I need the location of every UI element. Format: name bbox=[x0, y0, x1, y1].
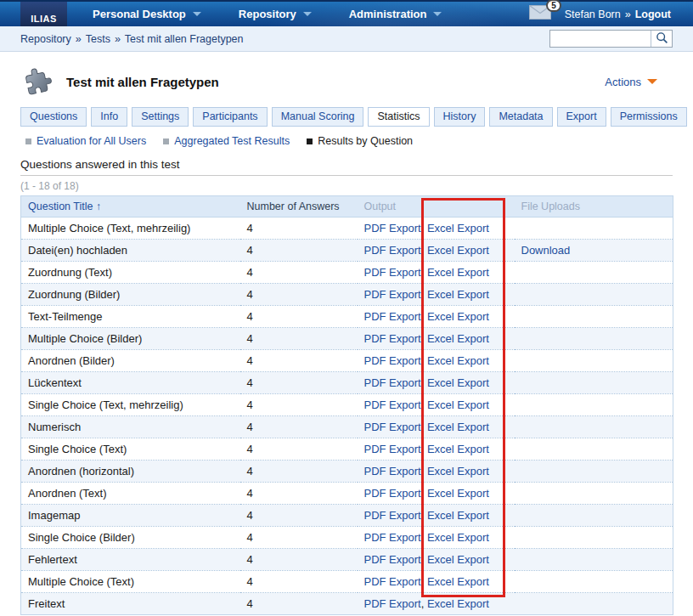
cell-output: PDF Export, Excel Export bbox=[358, 306, 515, 328]
actions-dropdown[interactable]: Actions bbox=[605, 76, 657, 88]
subtab-aggregated-test-results[interactable]: Aggregated Test Results bbox=[163, 135, 290, 147]
pdf-export-link[interactable]: PDF Export bbox=[364, 288, 421, 301]
breadcrumb-item-test-mit-allen-fragetypen[interactable]: Test mit allen Fragetypen bbox=[125, 33, 244, 45]
cell-number-of-answers: 4 bbox=[240, 593, 358, 615]
pdf-export-link[interactable]: PDF Export bbox=[364, 310, 421, 323]
excel-export-link[interactable]: Excel Export bbox=[427, 575, 489, 588]
cell-number-of-answers: 4 bbox=[240, 483, 358, 505]
pdf-export-link[interactable]: PDF Export bbox=[364, 509, 421, 522]
pdf-export-link[interactable]: PDF Export bbox=[364, 266, 421, 279]
column-header-question-title: Question Title ↑ bbox=[21, 196, 240, 218]
excel-export-link[interactable]: Excel Export bbox=[427, 509, 489, 522]
excel-export-link[interactable]: Excel Export bbox=[427, 531, 489, 544]
square-bullet-icon bbox=[25, 138, 31, 144]
sort-question-title-link[interactable]: Question Title bbox=[28, 201, 93, 212]
cell-question-title: Freitext bbox=[21, 593, 240, 615]
excel-export-link[interactable]: Excel Export bbox=[427, 597, 489, 610]
cell-number-of-answers: 4 bbox=[240, 218, 358, 240]
excel-export-link[interactable]: Excel Export bbox=[427, 288, 489, 301]
pdf-export-link[interactable]: PDF Export bbox=[364, 421, 421, 433]
magnifier-icon bbox=[656, 31, 668, 47]
menu-repository[interactable]: Repository bbox=[220, 2, 330, 26]
excel-export-link[interactable]: Excel Export bbox=[427, 266, 489, 279]
pdf-export-link[interactable]: PDF Export bbox=[364, 222, 421, 235]
tab-permissions[interactable]: Permissions bbox=[611, 107, 687, 127]
search-button[interactable] bbox=[651, 31, 672, 47]
tab-manual-scoring[interactable]: Manual Scoring bbox=[272, 107, 364, 127]
excel-export-link[interactable]: Excel Export bbox=[427, 310, 489, 323]
excel-export-link[interactable]: Excel Export bbox=[427, 332, 489, 345]
chevron-down-icon bbox=[193, 12, 201, 16]
excel-export-link[interactable]: Excel Export bbox=[427, 376, 489, 389]
user-name-link[interactable]: Stefan Born bbox=[565, 8, 621, 20]
pdf-export-link[interactable]: PDF Export bbox=[364, 531, 421, 544]
tab-settings[interactable]: Settings bbox=[132, 107, 189, 127]
cell-output: PDF Export, Excel Export bbox=[358, 284, 515, 306]
pdf-export-link[interactable]: PDF Export bbox=[364, 332, 421, 345]
cell-file-uploads bbox=[515, 218, 673, 240]
arrow-up-icon: ↑ bbox=[96, 201, 101, 212]
cell-output: PDF Export, Excel Export bbox=[358, 262, 515, 284]
pdf-export-link[interactable]: PDF Export bbox=[364, 575, 421, 588]
page-title: Test mit allen Fragetypen bbox=[66, 75, 219, 89]
tab-info[interactable]: Info bbox=[91, 107, 127, 127]
cell-number-of-answers: 4 bbox=[240, 505, 358, 527]
mail-button[interactable]: 5 bbox=[529, 5, 551, 23]
subtab-evaluation-for-all-users[interactable]: Evaluation for All Users bbox=[25, 135, 146, 147]
tab-history[interactable]: History bbox=[434, 107, 486, 127]
title-row: Test mit allen Fragetypen Actions bbox=[20, 64, 673, 99]
excel-export-link[interactable]: Excel Export bbox=[427, 465, 489, 478]
excel-export-link[interactable]: Excel Export bbox=[427, 398, 489, 411]
download-link[interactable]: Download bbox=[521, 244, 571, 257]
excel-export-link[interactable]: Excel Export bbox=[427, 443, 489, 455]
cell-output: PDF Export, Excel Export bbox=[358, 505, 515, 527]
cell-number-of-answers: 4 bbox=[240, 284, 358, 306]
cell-output: PDF Export, Excel Export bbox=[358, 527, 515, 549]
menu-label: Personal Desktop bbox=[93, 8, 186, 20]
pdf-export-link[interactable]: PDF Export bbox=[364, 465, 421, 478]
table-row: Lückentext4PDF Export, Excel Export bbox=[21, 372, 673, 394]
tab-statistics[interactable]: Statistics bbox=[368, 107, 429, 127]
ilias-logo[interactable]: ILIAS bbox=[20, 2, 67, 26]
cell-question-title: Lückentext bbox=[21, 372, 240, 394]
pdf-export-link[interactable]: PDF Export bbox=[364, 244, 421, 257]
cell-question-title: Single Choice (Text) bbox=[21, 438, 240, 461]
breadcrumb-separator: » bbox=[115, 33, 121, 45]
pdf-export-link[interactable]: PDF Export bbox=[364, 487, 421, 500]
excel-export-link[interactable]: Excel Export bbox=[427, 553, 489, 566]
subtab-results-by-question[interactable]: Results by Question bbox=[307, 135, 413, 147]
logout-link[interactable]: Logout bbox=[635, 8, 671, 20]
menu-personal-desktop[interactable]: Personal Desktop bbox=[74, 2, 220, 26]
pdf-export-link[interactable]: PDF Export bbox=[364, 553, 421, 566]
cell-output: PDF Export, Excel Export bbox=[358, 571, 515, 593]
cell-number-of-answers: 4 bbox=[240, 350, 358, 372]
search-input[interactable] bbox=[550, 31, 651, 47]
column-header-number-of-answers: Number of Answers bbox=[240, 196, 358, 218]
tab-participants[interactable]: Participants bbox=[193, 107, 267, 127]
tab-metadata[interactable]: Metadata bbox=[489, 107, 552, 127]
excel-export-link[interactable]: Excel Export bbox=[427, 487, 489, 500]
excel-export-link[interactable]: Excel Export bbox=[427, 222, 489, 235]
breadcrumb-item-tests[interactable]: Tests bbox=[86, 33, 110, 45]
user-separator: » bbox=[625, 8, 631, 20]
pdf-export-link[interactable]: PDF Export bbox=[364, 354, 421, 367]
cell-number-of-answers: 4 bbox=[240, 372, 358, 394]
pdf-export-link[interactable]: PDF Export bbox=[364, 376, 421, 389]
cell-number-of-answers: 4 bbox=[240, 306, 358, 328]
tab-questions[interactable]: Questions bbox=[20, 107, 87, 127]
excel-export-link[interactable]: Excel Export bbox=[427, 421, 489, 433]
pdf-export-link[interactable]: PDF Export bbox=[364, 398, 421, 411]
menu-administration[interactable]: Administration bbox=[330, 2, 461, 26]
cell-output: PDF Export, Excel Export bbox=[358, 593, 515, 615]
breadcrumb-item-repository[interactable]: Repository bbox=[20, 33, 71, 45]
chevron-down-icon bbox=[647, 79, 657, 84]
excel-export-link[interactable]: Excel Export bbox=[427, 244, 489, 257]
cell-number-of-answers: 4 bbox=[240, 262, 358, 284]
pdf-export-link[interactable]: PDF Export bbox=[364, 597, 421, 610]
table-row: Datei(en) hochladen4PDF Export, Excel Ex… bbox=[21, 240, 673, 262]
mail-count-badge: 5 bbox=[546, 0, 561, 12]
pdf-export-link[interactable]: PDF Export bbox=[364, 443, 421, 455]
excel-export-link[interactable]: Excel Export bbox=[427, 354, 489, 367]
tab-export[interactable]: Export bbox=[557, 107, 606, 127]
cell-output: PDF Export, Excel Export bbox=[358, 483, 515, 505]
